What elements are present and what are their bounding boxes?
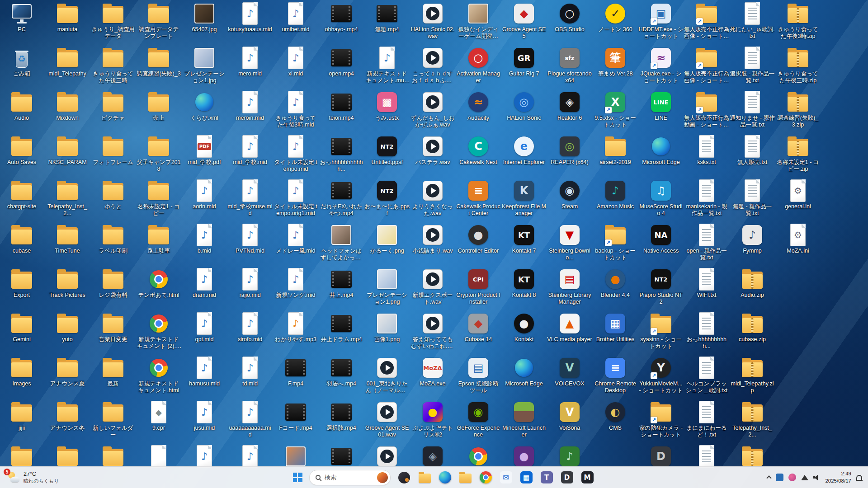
desktop-icon[interactable]: フォトフレーム bbox=[90, 135, 136, 178]
desktop-icon[interactable]: 無題 - 親作品一覧.txt bbox=[730, 179, 775, 222]
notification-bell-icon[interactable] bbox=[856, 475, 862, 480]
mail-icon[interactable]: ✉ bbox=[497, 469, 515, 487]
desktop-icon[interactable]: ◆9.cpr bbox=[136, 400, 181, 444]
desktop-icon[interactable]: ●Controller Editor bbox=[456, 223, 501, 267]
file-explorer-icon[interactable] bbox=[415, 469, 434, 487]
desktop-icon[interactable]: 最新 bbox=[90, 356, 136, 399]
desktop-icon[interactable]: ≈Audacity bbox=[456, 90, 501, 134]
desktop-icon[interactable]: 名称未設定1 - コピー bbox=[136, 179, 181, 222]
desktop-icon[interactable]: VVoiSona bbox=[547, 400, 592, 444]
desktop-icon[interactable]: KTKontakt 7 bbox=[501, 223, 547, 267]
desktop-icon[interactable]: ヘルコンブラッシュン＿歌詞.txt bbox=[684, 356, 729, 399]
desktop-icon[interactable]: ラベル印刷 bbox=[90, 223, 136, 267]
desktop-icon[interactable]: よりうさくなった.wav bbox=[410, 179, 455, 222]
desktop-icon[interactable]: ↗家の防犯カメラ - ショートカット bbox=[638, 400, 684, 444]
desktop-icon[interactable]: NANative Access bbox=[638, 223, 684, 267]
desktop-icon[interactable]: manisekarin - 親作品一覧.txt bbox=[684, 179, 729, 222]
tray-app-icon-blue[interactable] bbox=[776, 474, 783, 481]
desktop-icon[interactable]: ksks.txt bbox=[684, 135, 729, 178]
desktop-icon[interactable]: 無題.mp4 bbox=[364, 2, 410, 45]
desktop-icon[interactable]: こってｂｈｄすおｆｄｓｂふぁ.wav bbox=[410, 46, 455, 89]
desktop-icon[interactable]: MoZAMoZA.exe bbox=[410, 356, 455, 399]
tray-chevron-up-icon[interactable] bbox=[767, 475, 772, 480]
desktop-icon[interactable]: ◎HALion Sonic bbox=[501, 90, 547, 134]
edge-icon[interactable] bbox=[436, 469, 454, 487]
desktop-icon[interactable]: ▼Steinberg Downlo... bbox=[547, 223, 592, 267]
desktop-icon[interactable]: ♪uaaaaaaaaaa.mid bbox=[227, 400, 273, 444]
desktop-icon[interactable]: 選択肢 - 親作品一覧.txt bbox=[730, 46, 775, 89]
desktop-icon[interactable]: eInternet Explorer bbox=[501, 135, 547, 178]
desktop-icon[interactable]: VVOICEVOX bbox=[547, 356, 592, 399]
desktop-icon[interactable]: ▲VLC media player bbox=[547, 312, 592, 355]
desktop-icon[interactable]: TimeTune bbox=[45, 223, 90, 267]
desktop-icon[interactable]: おっhhhhhhhhhhh... bbox=[319, 135, 364, 178]
desktop-icon[interactable]: yuto bbox=[45, 312, 90, 355]
desktop-icon[interactable]: maniuta bbox=[45, 2, 90, 45]
desktop-icon[interactable]: cubase bbox=[0, 223, 44, 267]
desktop-icon[interactable]: cubase.zip bbox=[730, 312, 775, 355]
desktop-icon[interactable]: ♪aorin.mid bbox=[182, 179, 227, 222]
desktop-icon[interactable]: 孤独なインディーゲーム開発者の一生... bbox=[456, 2, 501, 45]
copilot-icon[interactable] bbox=[395, 469, 413, 487]
desktop-icon[interactable]: ♪meroin.mid bbox=[227, 90, 273, 134]
teams-icon[interactable]: T bbox=[538, 469, 556, 487]
desktop-icon[interactable]: ♪きゅうり食ってた午後3時.mid bbox=[273, 90, 318, 134]
desktop-icon[interactable]: ≡Cakewalk Product Center bbox=[456, 179, 501, 222]
desktop-icon[interactable]: PC bbox=[0, 2, 44, 45]
desktop-icon[interactable]: パステラ.wav bbox=[410, 135, 455, 178]
desktop-icon[interactable]: ⚙general.ini bbox=[775, 179, 821, 222]
desktop-icon[interactable]: F.mp4 bbox=[273, 356, 318, 399]
desktop-icon[interactable]: ずんだもん_しおかぜふぁ.wav bbox=[410, 90, 455, 134]
desktop-icon[interactable]: きゅうり食ってた午後3時.zip bbox=[775, 2, 821, 45]
desktop-icon[interactable]: 001_東北きりたん（ノーマル）_今じゃ... bbox=[364, 356, 410, 399]
desktop-icon[interactable]: 名称未設定1 - コピー.zip bbox=[775, 135, 821, 178]
desktop-icon[interactable]: ↗無人販売不正行為画像 - ショートカッ... bbox=[684, 2, 729, 45]
desktop-icon[interactable]: ♪mid_学校muse.mid bbox=[227, 179, 273, 222]
desktop-icon[interactable]: 調査用データテンプレート bbox=[136, 2, 181, 45]
desktop-icon[interactable]: Track Pictures bbox=[45, 267, 90, 311]
desktop-icon[interactable]: midi_Telepathy.zip bbox=[730, 356, 775, 399]
desktop-icon[interactable]: 営業日変更 bbox=[90, 312, 136, 355]
desktop-icon[interactable]: ○OBS Studio bbox=[547, 2, 592, 45]
desktop-icon[interactable]: ♪タイトル未設定.tempo.mid bbox=[273, 135, 318, 178]
desktop-icon[interactable]: LINELINE bbox=[638, 90, 684, 134]
folder-window-icon[interactable] bbox=[456, 469, 474, 487]
desktop-icon[interactable]: midi_Telepathy bbox=[45, 46, 90, 89]
desktop-icon[interactable]: 画像1.png bbox=[364, 312, 410, 355]
desktop-icon[interactable]: 調査練習(失敗)_3 bbox=[136, 46, 181, 89]
desktop-icon[interactable]: ♪新規テキストドキュメント.musicxml bbox=[364, 46, 410, 89]
desktop-icon[interactable]: ▩うみ.ustx bbox=[364, 90, 410, 134]
desktop-icon[interactable]: 井上ドラム.mp4 bbox=[319, 312, 364, 355]
desktop-icon[interactable]: ♪メドレー風.mid bbox=[273, 223, 318, 267]
desktop-icon[interactable]: ♪hamusu.mid bbox=[182, 356, 227, 399]
desktop-icon[interactable]: ♪xl.mid bbox=[273, 46, 318, 89]
search-box[interactable]: 検索 bbox=[309, 470, 391, 485]
tray-app-icon-pink[interactable] bbox=[788, 474, 796, 481]
desktop-icon[interactable]: ●ぷよぷよ™テトリス®2 bbox=[410, 400, 455, 444]
desktop-icon[interactable]: レジ袋有料 bbox=[90, 267, 136, 311]
desktop-icon[interactable]: ♪umibet.mid bbox=[273, 2, 318, 45]
desktop-icon[interactable]: Export bbox=[0, 267, 44, 311]
desktop-icon[interactable]: ♪Amazon Music bbox=[593, 179, 638, 222]
desktop-icon[interactable]: CCakewalk Next bbox=[456, 135, 501, 178]
desktop-icon[interactable]: ♫MuseScore Studio 4 bbox=[638, 179, 684, 222]
desktop-icon[interactable]: ピクチャ bbox=[90, 90, 136, 134]
desktop-icon[interactable]: きゅうり食ってた午後三時.zip bbox=[775, 46, 821, 89]
desktop-icon[interactable]: 通知りませ - 親作品一覧.txt bbox=[730, 90, 775, 134]
desktop-icon[interactable]: ♪新規ソング.mid bbox=[273, 267, 318, 311]
desktop-icon[interactable]: アナウンス夏 bbox=[45, 356, 90, 399]
desktop-icon[interactable]: 65407.jpg bbox=[182, 2, 227, 45]
desktop-icon[interactable]: ↗syasinn - ショートカット bbox=[638, 312, 684, 355]
desktop-icon[interactable]: Groove Agent SE 01.wav bbox=[364, 400, 410, 444]
desktop-icon[interactable]: 死にたい_ゅ歌詞.txt bbox=[730, 2, 775, 45]
m-app-icon[interactable]: M bbox=[578, 469, 596, 487]
desktop-icon[interactable]: ゆうと bbox=[90, 179, 136, 222]
discord-icon[interactable]: D bbox=[558, 469, 576, 487]
desktop-icon[interactable]: ●Blender 4.4 bbox=[593, 267, 638, 311]
desktop-icon[interactable]: 選択肢.mp4 bbox=[319, 400, 364, 444]
desktop-icon[interactable]: ▤Steinberg Library Manager bbox=[547, 267, 592, 311]
desktop-icon[interactable]: ♪タイトル未設定.tempo.orig1.mid bbox=[273, 179, 318, 222]
desktop-icon[interactable]: ◎REAPER (x64) bbox=[547, 135, 592, 178]
desktop-icon[interactable]: ♪rajio.mid bbox=[227, 267, 273, 311]
desktop-icon[interactable]: ◈Reaktor 6 bbox=[547, 90, 592, 134]
